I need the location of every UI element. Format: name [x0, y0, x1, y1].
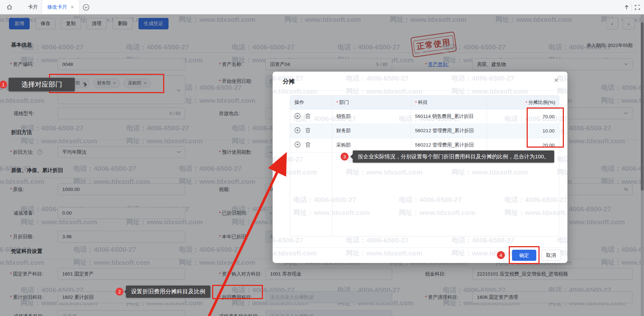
annotation-tooltip: 按企业实际情况，分别设置每个部门折旧费用科目及分摊的比例，总合计为100。 — [353, 150, 554, 163]
annotation-step-badge: 4 — [497, 251, 505, 259]
allocation-modal: 电话：4006-6500-27网址：www.tdxsoft.com电话：4006… — [273, 72, 567, 263]
modal-footer-divider — [273, 247, 567, 248]
grid-line — [411, 96, 411, 152]
grid-line — [290, 109, 560, 110]
confirm-button-label: 确定 — [519, 252, 529, 259]
row-actions — [290, 109, 332, 124]
cancel-button[interactable]: 取消 — [541, 250, 561, 261]
cell-subject[interactable]: 560212 管理费用_累计折旧 — [411, 138, 487, 152]
add-row-icon[interactable] — [294, 127, 301, 134]
watermark-text: 网址：www.tdxsoft.com — [273, 249, 317, 258]
annotation-step-badge: 3 — [341, 153, 348, 161]
delete-row-icon[interactable] — [305, 142, 311, 149]
col-header-subject: *科目 — [411, 96, 487, 109]
divider — [631, 4, 632, 11]
cell-subject[interactable]: 560114 销售费用_累计折旧 — [411, 109, 487, 124]
home-icon[interactable] — [6, 4, 13, 11]
cell-ratio[interactable]: 20.00 — [487, 138, 559, 152]
tab-card-label: 卡片 — [28, 4, 38, 10]
row-actions — [290, 138, 332, 152]
modal-title: 分摊 — [283, 77, 295, 86]
add-row-icon[interactable] — [294, 142, 301, 149]
confirm-button[interactable]: 确定 — [512, 250, 536, 261]
cell-subject[interactable]: 560212 管理费用_累计折旧 — [411, 124, 487, 138]
annotation-step-badge: 2 — [116, 288, 123, 296]
grid-line — [290, 124, 560, 124]
col-header-actions: 操作 — [290, 96, 332, 109]
watermark-text: 电话：4006-6500-27 — [273, 236, 303, 245]
watermark-text: 电话：4006-6500-27 — [557, 236, 567, 245]
watermark-text: 电话：4006-6500-27 — [346, 74, 409, 83]
col-header-department: *部门 — [332, 96, 411, 109]
annotation-tooltip: 设置折旧费用分摊科目及比例 — [126, 286, 210, 298]
fullscreen-icon[interactable] — [635, 5, 640, 11]
modal-close-icon[interactable]: ✕ — [554, 77, 559, 84]
tab-card[interactable]: 卡片 — [22, 0, 44, 14]
watermark-text: 网址：www.tdxsoft.com — [557, 87, 567, 96]
tab-edit-card[interactable]: 修改卡片 ✕ — [42, 0, 79, 14]
watermark-text: 电话：4006-6500-27 — [452, 74, 514, 83]
upload-arrow-icon[interactable] — [624, 5, 629, 11]
delete-row-icon[interactable] — [305, 113, 311, 120]
grid-line — [290, 138, 560, 138]
watermark-text: 网址：www.tdxsoft.com — [346, 87, 423, 96]
app-window: 电话：4006-6500-27网址：www.tdxsoft.com电话：4006… — [0, 0, 644, 316]
watermark-text: 电话：4006-6500-27 — [346, 236, 409, 245]
tab-list-dropdown-icon[interactable] — [83, 4, 89, 12]
col-header-ratio: *分摊比例(%) — [487, 96, 560, 109]
cell-department[interactable]: 采购部 — [332, 138, 411, 152]
tab-edit-card-label: 修改卡片 — [47, 4, 67, 10]
tab-close-icon[interactable]: ✕ — [70, 5, 74, 10]
annotation-tooltip-notch — [348, 154, 353, 159]
watermark-text: 电话：4006-6500-27 — [452, 236, 514, 245]
watermark-text: 网址：www.tdxsoft.com — [273, 87, 317, 96]
cell-department[interactable]: 财务部 — [332, 124, 411, 138]
annotation-tooltip-notch — [84, 82, 89, 87]
add-row-icon[interactable] — [294, 113, 301, 120]
cancel-button-label: 取消 — [546, 252, 556, 259]
cell-ratio[interactable]: 10.00 — [487, 124, 559, 138]
row-actions — [290, 124, 332, 138]
grid-line — [487, 96, 487, 152]
grid-line — [332, 96, 332, 236]
cell-ratio[interactable]: 70.00 — [487, 109, 559, 124]
modal-header-divider — [273, 90, 567, 91]
tab-bar: 卡片 修改卡片 ✕ — [0, 0, 644, 14]
watermark-text: 网址：www.tdxsoft.com — [452, 87, 528, 96]
delete-row-icon[interactable] — [305, 128, 311, 134]
allocation-table: 操作 *部门 *科目 *分摊比例(%) 销售部 560114 销售费用_累计折旧… — [290, 95, 559, 236]
cell-department[interactable]: 销售部 — [332, 109, 411, 124]
watermark-text: 网址：www.tdxsoft.com — [346, 249, 423, 258]
annotation-tooltip: 选择对应部门 — [9, 78, 75, 91]
